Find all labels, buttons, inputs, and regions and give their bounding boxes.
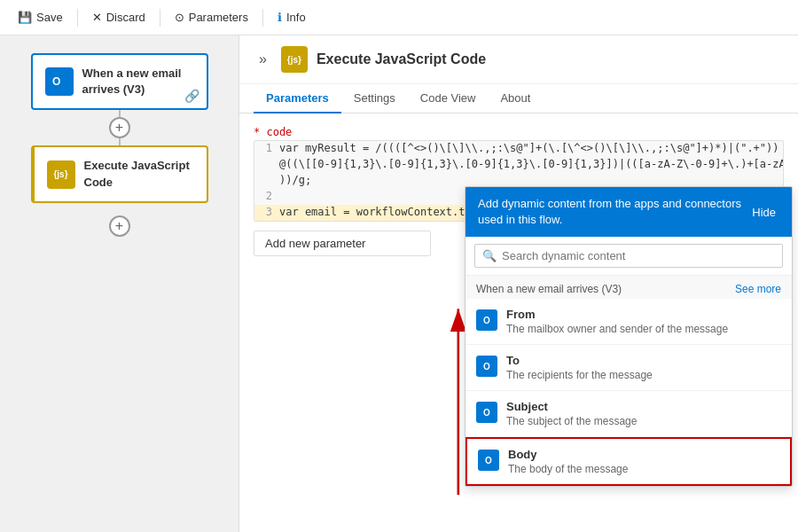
tab-parameters[interactable]: Parameters <box>254 84 341 113</box>
dynamic-header-text: Add dynamic content from the apps and co… <box>478 196 748 228</box>
dynamic-section-label: When a new email arrives (V3) See more <box>466 276 792 299</box>
from-title: From <box>506 308 728 321</box>
add-step-plus-1[interactable]: + <box>109 117 130 138</box>
to-title: To <box>506 354 653 367</box>
toolbar-separator <box>77 9 78 27</box>
info-button[interactable]: ℹ Info <box>270 7 313 27</box>
dynamic-item-subject[interactable]: O Subject The subject of the message <box>466 391 792 437</box>
tab-bar: Parameters Settings Code View About <box>239 84 798 113</box>
search-box: 🔍 <box>474 244 783 268</box>
toolbar: 💾 Save ✕ Discard ⊙ Parameters ℹ Info <box>0 0 798 35</box>
to-icon: O <box>476 356 497 377</box>
flow-line-2 <box>119 138 121 145</box>
from-desc: The mailbox owner and sender of the mess… <box>506 323 728 335</box>
subject-icon: O <box>476 402 497 423</box>
panel-header: » {js} Execute JavaScript Code <box>239 35 798 84</box>
panel-js-icon: {js} <box>281 46 308 73</box>
code-label: * code <box>239 121 798 140</box>
tab-about[interactable]: About <box>488 84 543 113</box>
to-desc: The recipients for the message <box>506 369 653 381</box>
tab-code-view[interactable]: Code View <box>408 84 489 113</box>
toolbar-separator-2 <box>160 9 160 27</box>
search-icon: 🔍 <box>482 249 497 262</box>
see-more-button[interactable]: See more <box>735 283 781 295</box>
discard-button[interactable]: ✕ Discard <box>85 7 153 27</box>
toolbar-separator-3 <box>262 9 263 27</box>
svg-text:O: O <box>52 75 60 88</box>
dynamic-header: Add dynamic content from the apps and co… <box>466 187 792 237</box>
js-card-text: Execute JavaScript Code <box>84 158 194 190</box>
info-circle-icon: ℹ <box>278 11 282 24</box>
link-icon: 🔗 <box>184 89 200 103</box>
save-button[interactable]: 💾 Save <box>11 7 70 27</box>
dynamic-search-input[interactable] <box>502 249 775 262</box>
flow-connector-1: + <box>109 110 130 145</box>
trigger-card-text: When a new email arrives (V3) <box>82 66 194 98</box>
main-layout: O When a new email arrives (V3) 🔗 + {js}… <box>0 35 798 532</box>
hide-button[interactable]: Hide <box>748 206 779 219</box>
right-panel: » {js} Execute JavaScript Code Parameter… <box>239 35 798 532</box>
outlook-icon: O <box>45 67 74 96</box>
body-icon: O <box>478 450 499 471</box>
code-line-1: 1 var myResult = /((([^<>()\[\]\\.,;:\s@… <box>254 141 783 157</box>
body-desc: The body of the message <box>508 463 628 475</box>
dynamic-item-to[interactable]: O To The recipients for the message <box>466 345 792 391</box>
parameters-button[interactable]: ⊙ Parameters <box>168 7 255 27</box>
dynamic-item-from[interactable]: O From The mailbox owner and sender of t… <box>466 299 792 345</box>
expand-button[interactable]: » <box>254 50 272 69</box>
left-panel: O When a new email arrives (V3) 🔗 + {js}… <box>0 35 239 532</box>
js-action-card[interactable]: {js} Execute JavaScript Code <box>31 145 208 202</box>
parameters-icon: ⊙ <box>175 11 184 24</box>
add-step-plus-2[interactable]: + <box>109 215 130 237</box>
trigger-card[interactable]: O When a new email arrives (V3) 🔗 <box>31 53 208 110</box>
code-line-1b: @((\[[0-9]{1,3}\.[0-9]{1,3}\.[0-9]{1,3}\… <box>254 157 783 173</box>
subject-title: Subject <box>506 400 637 413</box>
flow-line <box>119 110 121 117</box>
dynamic-search-area: 🔍 <box>466 237 792 276</box>
tab-settings[interactable]: Settings <box>341 84 408 113</box>
save-icon: 💾 <box>18 11 32 24</box>
body-title: Body <box>508 448 628 461</box>
from-icon: O <box>476 309 497 331</box>
add-new-parameter-button[interactable]: Add new parameter <box>254 231 431 256</box>
subject-desc: The subject of the message <box>506 415 637 427</box>
dynamic-items-list: O From The mailbox owner and sender of t… <box>466 299 792 486</box>
dynamic-content-panel: Add dynamic content from the apps and co… <box>465 186 793 487</box>
discard-icon: ✕ <box>92 11 102 24</box>
dynamic-item-body[interactable]: O Body The body of the message <box>466 437 792 486</box>
js-icon: {js} <box>47 160 75 189</box>
panel-title: Execute JavaScript Code <box>317 51 486 67</box>
